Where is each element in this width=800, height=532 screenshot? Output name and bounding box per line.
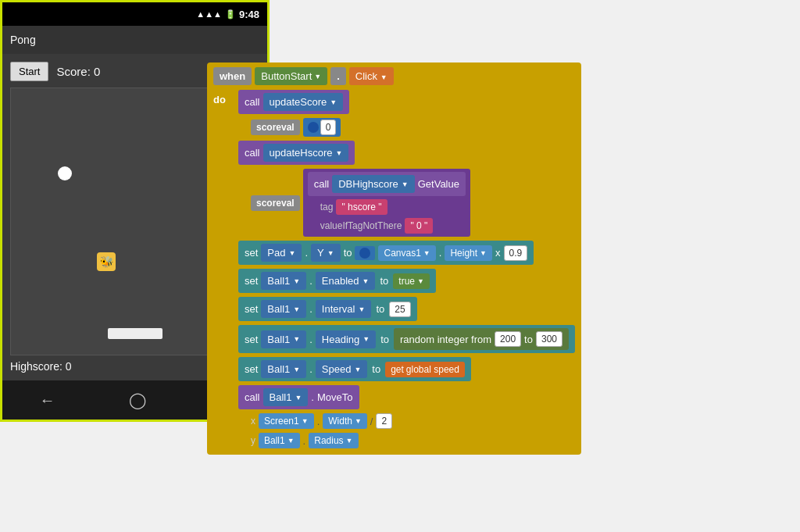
value-if-row: valueIfTagNotThere " 0 ": [308, 218, 466, 234]
true-block[interactable]: true ▼: [393, 273, 430, 289]
set-ball-speed-row: set Ball1 ▼ . Speed ▼ to get: [238, 357, 575, 381]
screen1-width-div[interactable]: Screen1 ▼: [259, 413, 314, 429]
ball1-d-block[interactable]: Ball1 ▼: [261, 360, 306, 378]
val-25[interactable]: 25: [389, 302, 410, 317]
phone-title-bar: Pong: [2, 26, 267, 54]
multiply-label: x: [495, 247, 501, 259]
call-update-score[interactable]: call updateScore ▼: [238, 90, 349, 114]
val-200[interactable]: 200: [495, 331, 521, 347]
get-value-label: GetValue: [418, 178, 459, 190]
pad-block[interactable]: Pad ▼: [261, 244, 302, 262]
x-label: x: [251, 416, 255, 427]
update-hscore-method[interactable]: updateHscore ▼: [263, 144, 349, 162]
update-score-method[interactable]: updateScore ▼: [263, 93, 344, 111]
tag-label: tag: [320, 202, 334, 212]
ball1-c-block[interactable]: Ball1 ▼: [261, 330, 306, 348]
socket-circle-y: [359, 248, 370, 259]
button-start-block[interactable]: ButtonStart ▼: [255, 67, 327, 85]
val-zero[interactable]: 0: [320, 120, 337, 135]
call-ball-moveto[interactable]: call Ball1 ▼ . MoveTo: [238, 385, 359, 409]
scoreval-label-2: scoreval: [251, 195, 300, 211]
battery-icon: 🔋: [225, 9, 236, 20]
interval-block[interactable]: Interval ▼: [316, 300, 372, 318]
enabled-block[interactable]: Enabled ▼: [316, 272, 376, 290]
call-db[interactable]: call DBHighscore ▼ GetValue: [308, 172, 466, 196]
outer-when-block: when ButtonStart ▼ . Click ▼ do call: [207, 62, 581, 455]
call-update-hscore-row: call updateHscore ▼: [238, 141, 575, 165]
dot-label: .: [330, 67, 346, 85]
set-ball-speed[interactable]: set Ball1 ▼ . Speed ▼ to get: [238, 357, 471, 381]
ball: [58, 166, 72, 180]
dot-canvas: .: [439, 247, 442, 259]
set-ball-enabled-row: set Ball1 ▼ . Enabled ▼ to true: [238, 269, 575, 293]
zero-str-val[interactable]: " 0 ": [405, 218, 433, 234]
val-09[interactable]: 0.9: [504, 245, 528, 261]
radius-block[interactable]: Radius ▼: [309, 433, 358, 448]
y-param-row: y Ball1 ▼ . Radius ▼: [238, 433, 575, 448]
db-highscore-method[interactable]: DBHighscore ▼: [332, 175, 415, 193]
y-block[interactable]: Y ▼: [311, 244, 341, 262]
do-blocks: call updateScore ▼ scoreval 0: [238, 90, 575, 448]
call-update-score-row: call updateScore ▼: [238, 90, 575, 114]
set-ball-heading-row: set Ball1 ▼ . Heading ▼ to random intege…: [238, 325, 575, 353]
x-param-row: x Screen1 ▼ . Width ▼ / 2: [238, 413, 575, 429]
canvas1-block[interactable]: Canvas1 ▼: [378, 245, 435, 261]
scoreval-row-1: scoreval 0: [238, 118, 575, 137]
call-ball-moveto-row: call Ball1 ▼ . MoveTo: [238, 385, 575, 409]
tag-row: tag " hscore ": [308, 199, 466, 215]
set-pad-y-row: set Pad ▼ . Y ▼ to: [238, 241, 575, 265]
call-update-hscore[interactable]: call updateHscore ▼: [238, 141, 355, 165]
random-integer-block[interactable]: random integer from 200 to 300: [394, 328, 569, 350]
time-display: 9:48: [239, 9, 259, 20]
socket-circle: [308, 122, 319, 133]
ball1-e-block[interactable]: Ball1 ▼: [263, 388, 309, 406]
home-button[interactable]: ◯: [129, 391, 146, 409]
heading-block[interactable]: Heading ▼: [316, 330, 376, 348]
to-pad: to: [344, 247, 352, 259]
val-2[interactable]: 2: [376, 413, 392, 429]
ball1-f-block[interactable]: Ball1 ▼: [259, 433, 300, 448]
move-to-label: MoveTo: [317, 391, 353, 403]
db-nested-block: call DBHighscore ▼ GetValue tag " hscore…: [303, 169, 470, 237]
scoreval-label-1: scoreval: [251, 120, 300, 135]
ball1-b-block[interactable]: Ball1 ▼: [261, 300, 306, 318]
set-ball-heading[interactable]: set Ball1 ▼ . Heading ▼ to random intege…: [238, 325, 575, 353]
dropdown-arrow: ▼: [314, 73, 321, 80]
do-label: do: [213, 94, 235, 105]
status-bar: ▲▲▲ 🔋 9:48: [2, 2, 267, 26]
back-button[interactable]: ←: [39, 391, 55, 409]
set-pad-y[interactable]: set Pad ▼ . Y ▼ to: [238, 241, 534, 265]
value-if-label: valueIfTagNotThere: [320, 220, 402, 231]
block-editor: when ButtonStart ▼ . Click ▼ do call: [207, 62, 793, 455]
socket-val-0: 0: [303, 118, 341, 137]
click-dropdown: ▼: [380, 73, 388, 81]
paddle: [108, 328, 162, 339]
start-button[interactable]: Start: [10, 62, 48, 81]
divide-label: /: [370, 416, 373, 427]
score-display: Score: 0: [56, 65, 100, 78]
speed-block[interactable]: Speed ▼: [316, 360, 368, 378]
when-label: when: [213, 67, 252, 85]
wifi-icon: ▲▲▲: [196, 9, 222, 19]
set-ball-interval[interactable]: set Ball1 ▼ . Interval ▼ to 25: [238, 297, 417, 321]
app-title: Pong: [10, 34, 36, 46]
set-ball-enabled[interactable]: set Ball1 ▼ . Enabled ▼ to true: [238, 269, 436, 293]
click-block[interactable]: Click ▼: [349, 67, 394, 85]
set-ball-interval-row: set Ball1 ▼ . Interval ▼ to 25: [238, 297, 575, 321]
status-icons: ▲▲▲ 🔋 9:48: [196, 9, 259, 20]
get-global-speed[interactable]: get global speed: [385, 362, 465, 377]
dot-pad: .: [305, 247, 308, 259]
socket-y: [355, 246, 375, 260]
y-label: y: [251, 435, 255, 446]
when-row: when ButtonStart ▼ . Click ▼: [213, 67, 575, 85]
db-call-row: call DBHighscore ▼ GetValue: [308, 172, 466, 196]
ball1-a-block[interactable]: Ball1 ▼: [261, 272, 306, 290]
bee-sprite: 🐝: [97, 252, 116, 271]
do-row: do call updateScore ▼ scoreval: [213, 90, 575, 448]
hscore-val[interactable]: " hscore ": [336, 199, 387, 215]
scoreval-row-2: scoreval call DBHighscore ▼ GetValue: [238, 169, 575, 237]
height-block[interactable]: Height ▼: [445, 245, 492, 261]
val-300[interactable]: 300: [536, 331, 562, 347]
width-block[interactable]: Width ▼: [323, 413, 367, 429]
